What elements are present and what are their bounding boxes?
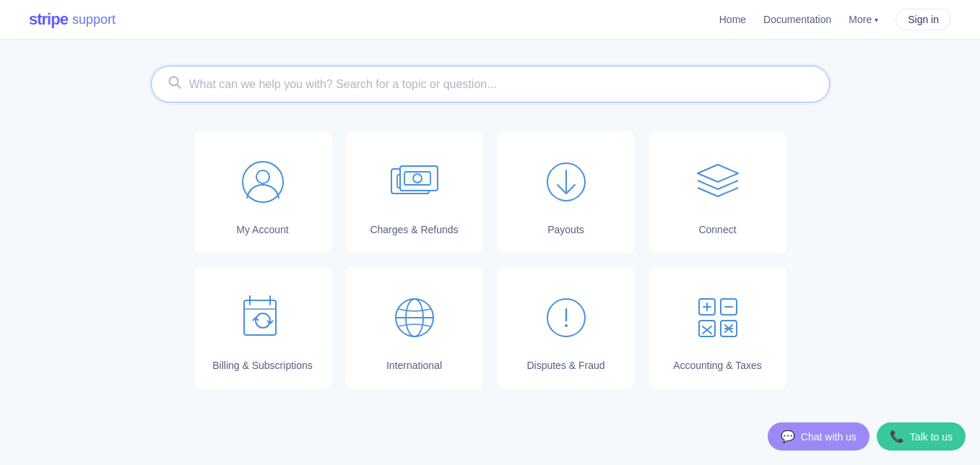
category-international[interactable]: International <box>346 267 483 388</box>
connect-icon <box>689 153 747 211</box>
accounting-taxes-icon <box>689 289 747 347</box>
support-label: support <box>72 12 116 27</box>
stripe-logo: stripe <box>29 10 68 29</box>
category-billing-subscriptions[interactable]: Billing & Subscriptions <box>194 267 331 388</box>
svg-point-0 <box>169 77 178 86</box>
search-icon <box>168 75 182 93</box>
billing-subscriptions-icon <box>234 289 292 347</box>
search-section <box>0 40 980 117</box>
svg-rect-28 <box>699 321 715 336</box>
category-disputes-fraud[interactable]: Disputes & Fraud <box>498 267 635 388</box>
talk-label: Talk to us <box>910 431 953 443</box>
international-icon <box>386 289 443 347</box>
category-connect[interactable]: Connect <box>649 131 786 253</box>
disputes-fraud-label: Disputes & Fraud <box>526 360 604 371</box>
chat-icon: 💬 <box>781 430 795 443</box>
my-account-icon <box>234 153 292 211</box>
my-account-label: My Account <box>236 224 288 235</box>
chat-with-us-button[interactable]: 💬 Chat with us <box>768 422 870 451</box>
bottom-bar: 💬 Chat with us 📞 Talk to us <box>768 422 966 451</box>
payouts-label: Payouts <box>547 224 584 235</box>
category-charges-refunds[interactable]: Charges & Refunds <box>346 131 483 253</box>
search-input[interactable] <box>189 78 813 91</box>
charges-refunds-label: Charges & Refunds <box>370 224 458 235</box>
billing-subscriptions-label: Billing & Subscriptions <box>212 360 313 371</box>
categories-grid: My Account Charges & Refunds Payou <box>165 131 815 417</box>
more-dropdown[interactable]: More ▾ <box>849 14 878 25</box>
phone-icon: 📞 <box>890 430 904 443</box>
chat-label: Chat with us <box>801 431 857 443</box>
header: stripe support Home Documentation More ▾… <box>0 0 980 40</box>
sign-in-button[interactable]: Sign in <box>896 9 951 30</box>
connect-label: Connect <box>698 224 736 235</box>
svg-point-3 <box>256 170 269 183</box>
payouts-icon <box>537 153 595 211</box>
charges-refunds-icon <box>386 153 443 211</box>
svg-point-22 <box>565 324 568 327</box>
accounting-taxes-label: Accounting & Taxes <box>673 360 762 371</box>
talk-to-us-button[interactable]: 📞 Talk to us <box>877 422 966 451</box>
category-my-account[interactable]: My Account <box>194 131 331 253</box>
home-link[interactable]: Home <box>719 14 746 25</box>
category-payouts[interactable]: Payouts <box>498 131 635 253</box>
chevron-down-icon: ▾ <box>875 16 878 24</box>
search-bar <box>151 66 830 103</box>
more-label: More <box>849 14 872 25</box>
documentation-link[interactable]: Documentation <box>763 14 831 25</box>
main-nav: Home Documentation More ▾ Sign in <box>719 9 951 30</box>
international-label: International <box>386 360 442 371</box>
category-accounting-taxes[interactable]: Accounting & Taxes <box>649 267 786 388</box>
svg-rect-7 <box>400 166 438 191</box>
svg-marker-12 <box>698 165 738 182</box>
logo-area: stripe support <box>29 10 116 29</box>
disputes-fraud-icon <box>537 289 595 347</box>
svg-rect-13 <box>244 300 276 335</box>
svg-point-2 <box>243 162 283 202</box>
svg-line-1 <box>177 85 181 89</box>
